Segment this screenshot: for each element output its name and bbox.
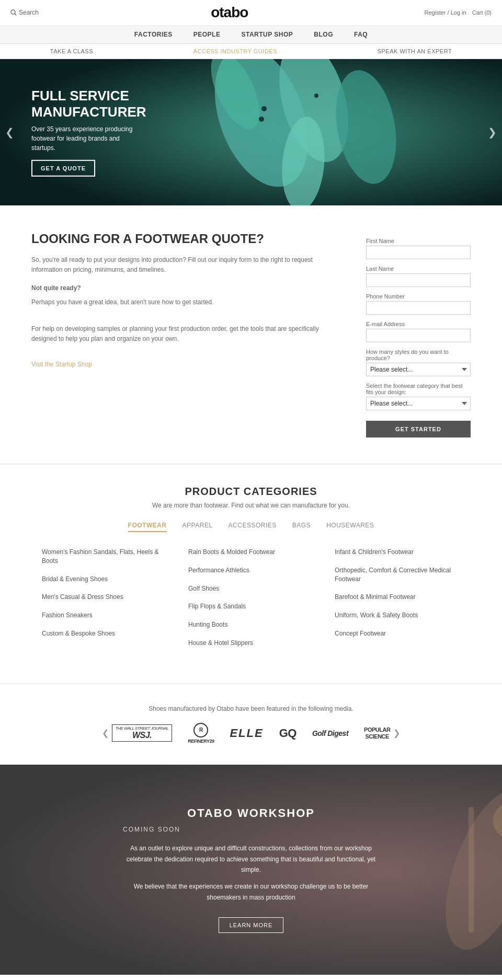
media-gq-logo: GQ	[279, 727, 296, 740]
hero-title: FULL SERVICE MANUFACTURER	[31, 88, 146, 120]
tab-footwear[interactable]: FOOTWEAR	[128, 522, 167, 532]
list-item[interactable]: Flip Flops & Sandals	[188, 602, 314, 611]
nav-faq[interactable]: FAQ	[354, 31, 368, 38]
media-next-button[interactable]: ❯	[393, 728, 400, 738]
not-ready-desc1: Perhaps you have a great idea, but aren'…	[31, 297, 345, 307]
hero-description: Over 35 years experience producing footw…	[31, 124, 136, 153]
workshop-learn-more-button[interactable]: Learn More	[219, 917, 284, 933]
search-icon	[10, 9, 17, 16]
product-grid: Women's Fashion Sandals, Flats, Heels & …	[10, 543, 492, 662]
product-col-1: Women's Fashion Sandals, Flats, Heels & …	[31, 543, 178, 662]
not-ready-label: Not quite ready?	[31, 283, 345, 293]
media-golf-digest-logo: Golf Digest	[312, 729, 348, 737]
product-col-2: Rain Boots & Molded Footwear Performance…	[178, 543, 324, 662]
startup-shop-link[interactable]: Visit the Startup Shop	[31, 361, 92, 368]
first-name-label: First Name	[366, 238, 471, 244]
main-nav: FACTORIES PEOPLE STARTUP SHOP BLOG FAQ	[0, 26, 502, 44]
categories-subtitle: We are more than footwear. Find out what…	[10, 502, 492, 509]
hero-next-button[interactable]: ❯	[488, 126, 497, 139]
quote-left-panel: LOOKING FOR A FOOTWEAR QUOTE? So, you're…	[31, 232, 345, 437]
quote-section: LOOKING FOR A FOOTWEAR QUOTE? So, you're…	[0, 205, 502, 464]
nav-factories[interactable]: FACTORIES	[134, 31, 173, 38]
list-item[interactable]: Infant & Children's Footwear	[335, 548, 460, 557]
list-item[interactable]: Barefoot & Minimal Footwear	[335, 593, 460, 602]
phone-input[interactable]	[366, 301, 471, 315]
sub-nav: TAKE A CLASS ACCESS INDUSTRY GUIDES SPEA…	[0, 44, 502, 59]
list-item[interactable]: Custom & Bespoke Shoes	[42, 629, 167, 638]
get-started-button[interactable]: GET STARTED	[366, 421, 471, 437]
media-refinery29-logo: R REFINERY29	[188, 723, 214, 744]
categories-heading: PRODUCT CATEGORIES	[10, 486, 492, 498]
email-input[interactable]	[366, 329, 471, 342]
subnav-industry-guides[interactable]: ACCESS INDUSTRY GUIDES	[193, 48, 277, 54]
list-item[interactable]: Uniform, Work & Safety Boots	[335, 611, 460, 620]
first-name-input[interactable]	[366, 246, 471, 259]
top-bar: Search otabo Register / Log in Cart (0)	[0, 0, 502, 26]
category-label: Select the footwear category that best f…	[366, 383, 471, 395]
list-item[interactable]: Rain Boots & Molded Footwear	[188, 548, 314, 557]
media-section: Shoes manufactured by Otabo have been fe…	[0, 684, 502, 765]
svg-point-9	[259, 117, 264, 122]
list-item[interactable]: Orthopedic, Comfort & Corrective Medical…	[335, 566, 460, 584]
list-item[interactable]: House & Hotel Slippers	[188, 639, 314, 648]
list-item[interactable]: Fashion Sneakers	[42, 611, 167, 620]
media-logos: THE WALL STREET JOURNAL WSJ. R REFINERY2…	[112, 723, 391, 744]
tab-housewares[interactable]: HOUSEWARES	[326, 522, 374, 532]
nav-blog[interactable]: BLOG	[314, 31, 333, 38]
product-categories-section: PRODUCT CATEGORIES We are more than foot…	[0, 464, 502, 683]
workshop-heading: OTABO WORKSHOP	[21, 806, 481, 820]
hero-section: FULL SERVICE MANUFACTURER Over 35 years …	[0, 59, 502, 205]
register-login-link[interactable]: Register / Log in	[425, 9, 466, 16]
cart-link[interactable]: Cart (0)	[472, 9, 492, 16]
subnav-speak-expert[interactable]: SPEAK WITH AN EXPERT	[378, 48, 452, 54]
product-col-3: Infant & Children's Footwear Orthopedic,…	[324, 543, 471, 662]
media-wsj-logo: THE WALL STREET JOURNAL WSJ.	[112, 724, 173, 742]
workshop-section: OTABO WORKSHOP COMING SOON As an outlet …	[0, 765, 502, 975]
list-item[interactable]: Hunting Boots	[188, 620, 314, 629]
category-select[interactable]: Please select... Women's Fashion Men's S…	[366, 397, 471, 410]
hero-prev-button[interactable]: ❮	[5, 126, 14, 139]
nav-people[interactable]: PEOPLE	[193, 31, 221, 38]
last-name-label: Last Name	[366, 266, 471, 272]
svg-point-0	[11, 10, 15, 14]
nav-startup-shop[interactable]: STARTUP SHOP	[241, 31, 293, 38]
workshop-coming-soon: COMING SOON	[21, 824, 282, 835]
media-elle-logo: ELLE	[230, 727, 263, 740]
not-ready-desc2: For help on developing samples or planni…	[31, 324, 345, 344]
media-prev-button[interactable]: ❮	[102, 728, 109, 738]
list-item[interactable]: Bridal & Evening Shoes	[42, 575, 167, 584]
quote-form-panel: First Name Last Name Phone Number E-mail…	[366, 232, 471, 437]
site-logo[interactable]: otabo	[211, 4, 248, 21]
search-button[interactable]: Search	[10, 9, 39, 16]
last-name-input[interactable]	[366, 273, 471, 287]
media-description: Shoes manufactured by Otabo have been fe…	[10, 705, 492, 712]
subnav-take-class[interactable]: TAKE A CLASS	[50, 48, 93, 54]
email-label: E-mail Address	[366, 321, 471, 327]
svg-point-8	[261, 106, 267, 111]
hero-cta-button[interactable]: GET A QUOTE	[31, 160, 95, 177]
svg-point-13	[493, 803, 502, 838]
list-item[interactable]: Golf Shoes	[188, 584, 314, 593]
list-item[interactable]: Women's Fashion Sandals, Flats, Heels & …	[42, 548, 167, 566]
workshop-desc1: As an outlet to explore unique and diffi…	[120, 843, 382, 875]
list-item[interactable]: Concept Footwear	[335, 629, 460, 638]
tab-accessories[interactable]: ACCESSORIES	[229, 522, 277, 532]
tab-apparel[interactable]: APPAREL	[182, 522, 213, 532]
phone-label: Phone Number	[366, 293, 471, 299]
workshop-desc2: We believe that the experiences we creat…	[120, 881, 382, 903]
auth-links: Register / Log in Cart (0)	[420, 9, 492, 16]
category-tabs: FOOTWEAR APPAREL ACCESSORIES BAGS HOUSEW…	[10, 522, 492, 532]
hero-content: FULL SERVICE MANUFACTURER Over 35 years …	[31, 88, 146, 177]
search-label: Search	[19, 9, 39, 16]
svg-line-1	[15, 14, 16, 15]
styles-label: How many styles do you want to produce?	[366, 349, 471, 361]
quote-description: So, you're all ready to put your designs…	[31, 255, 345, 275]
styles-select[interactable]: Please select... 1 2-5 6-10 10+	[366, 363, 471, 376]
tab-bags[interactable]: BAGS	[292, 522, 311, 532]
media-logo-carousel: ❮ THE WALL STREET JOURNAL WSJ. R REFINER…	[102, 723, 401, 744]
quote-heading: LOOKING FOR A FOOTWEAR QUOTE?	[31, 232, 345, 247]
list-item[interactable]: Performance Athletics	[188, 566, 314, 575]
media-popular-science-logo: POPULARSCIENCE	[364, 727, 390, 740]
list-item[interactable]: Men's Casual & Dress Shoes	[42, 593, 167, 602]
svg-point-10	[314, 94, 318, 98]
